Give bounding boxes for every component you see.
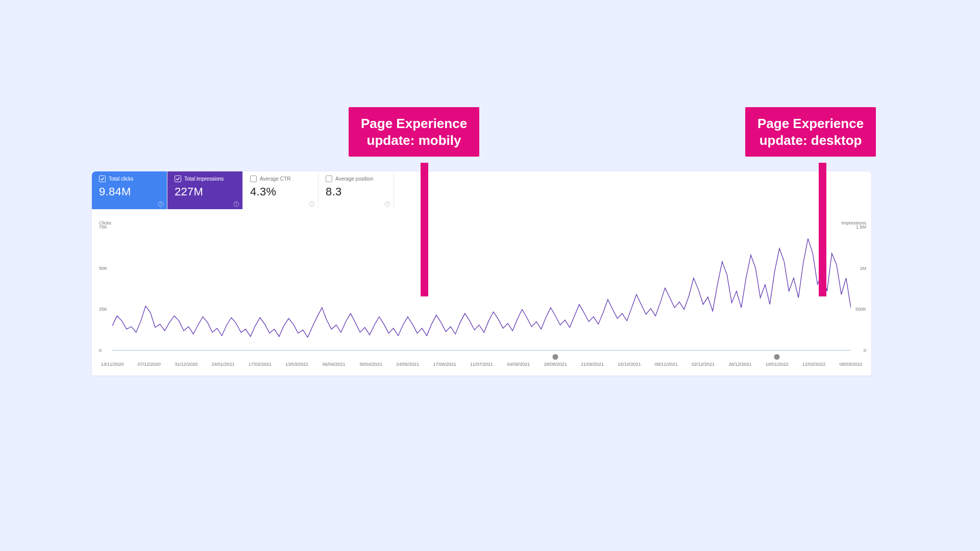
x-tick-date: 17/06/2021 — [433, 362, 456, 367]
checkbox-icon — [99, 176, 106, 182]
x-tick-date: 24/05/2021 — [396, 362, 419, 367]
x-axis-dates: 13/11/202007/12/202031/12/202024/01/2021… — [112, 362, 851, 369]
y-tick-right: 1M — [860, 266, 866, 271]
y-tick-left: 75K — [99, 224, 107, 230]
x-tick-date: 11/07/2021 — [470, 362, 493, 367]
x-tick-date: 26/12/2021 — [728, 362, 751, 367]
annotation-mobile: Page Experienceupdate: mobily — [349, 107, 479, 157]
metric-card-clicks[interactable]: Total clicks 9.84M ? — [92, 171, 167, 209]
metric-card-label: Total clicks — [109, 176, 133, 182]
y-tick-left: 25K — [99, 307, 107, 312]
x-tick-date: 02/12/2021 — [692, 362, 715, 367]
x-tick-date: 21/09/2021 — [581, 362, 604, 367]
metric-card-value: 9.84M — [99, 185, 162, 198]
event-marker-icon — [553, 354, 558, 360]
x-tick-date: 08/11/2021 — [655, 362, 678, 367]
x-tick-date: 13/03/2021 — [285, 362, 308, 367]
svg-text:?: ? — [160, 202, 162, 206]
x-tick-date: 28/08/2021 — [544, 362, 567, 367]
metric-card-ctr[interactable]: Average CTR 4.3% ? — [243, 171, 318, 209]
x-tick-date: 31/12/2020 — [175, 362, 198, 367]
y-tick-left: 0 — [99, 348, 102, 353]
x-tick-date: 12/02/2022 — [802, 362, 825, 367]
svg-text:?: ? — [386, 202, 388, 206]
x-tick-date: 24/01/2021 — [212, 362, 235, 367]
metric-card-value: 8.3 — [326, 185, 388, 198]
x-tick-date: 17/02/2021 — [249, 362, 272, 367]
x-tick-date: 19/01/2022 — [766, 362, 789, 367]
y-tick-right: 1.5M — [856, 224, 866, 230]
metric-card-value: 4.3% — [250, 185, 313, 198]
search-console-chart-panel: Total clicks 9.84M ? Total impressions 2… — [92, 171, 871, 375]
x-tick-date: 30/04/2021 — [359, 362, 382, 367]
x-tick-date: 04/08/2021 — [507, 362, 530, 367]
annotation-stem-mobile — [421, 163, 428, 296]
checkbox-icon — [326, 176, 332, 182]
help-icon[interactable]: ? — [384, 200, 390, 206]
annotation-desktop: Page Experienceupdate: desktop — [745, 107, 876, 157]
help-icon[interactable]: ? — [309, 200, 315, 206]
x-tick-date: 07/12/2020 — [138, 362, 161, 367]
series-impressions — [112, 239, 851, 338]
chart-plot-area — [112, 227, 851, 350]
metric-cards-row: Total clicks 9.84M ? Total impressions 2… — [92, 171, 394, 209]
y-tick-left: 50K — [99, 266, 107, 271]
event-marker-icon — [774, 354, 780, 360]
x-tick-date: 13/11/2020 — [101, 362, 124, 367]
y-tick-right: 0 — [864, 348, 866, 353]
metric-card-label: Average position — [335, 176, 373, 182]
x-tick-date: 15/10/2021 — [618, 362, 641, 367]
metric-card-value: 227M — [175, 185, 237, 198]
metric-card-label: Total impressions — [184, 176, 224, 182]
svg-text:?: ? — [235, 202, 237, 206]
checkbox-icon — [250, 176, 257, 182]
metric-card-position[interactable]: Average position 8.3 ? — [318, 171, 394, 209]
x-tick-date: 06/04/2021 — [323, 362, 346, 367]
help-icon[interactable]: ? — [158, 200, 164, 206]
svg-text:?: ? — [311, 202, 313, 206]
checkbox-icon — [175, 176, 181, 182]
help-icon[interactable]: ? — [233, 200, 239, 206]
annotation-stem-desktop — [819, 163, 826, 296]
metric-card-impressions[interactable]: Total impressions 227M ? — [167, 171, 243, 209]
metric-card-label: Average CTR — [260, 176, 290, 182]
x-tick-date: 08/03/2022 — [839, 362, 862, 367]
y-tick-right: 500K — [855, 307, 866, 312]
